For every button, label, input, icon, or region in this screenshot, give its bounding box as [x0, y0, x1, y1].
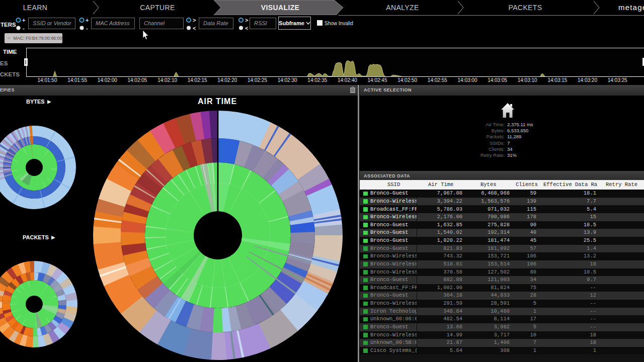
svg-text:<: < — [193, 25, 196, 31]
svg-text:-: - — [86, 25, 88, 31]
svg-text:<: < — [245, 25, 248, 31]
svg-text:>: > — [193, 17, 196, 23]
svg-text:>: > — [245, 17, 248, 23]
svg-text:+: + — [86, 17, 89, 23]
svg-text:-: - — [23, 25, 25, 31]
svg-text:+: + — [22, 17, 25, 23]
